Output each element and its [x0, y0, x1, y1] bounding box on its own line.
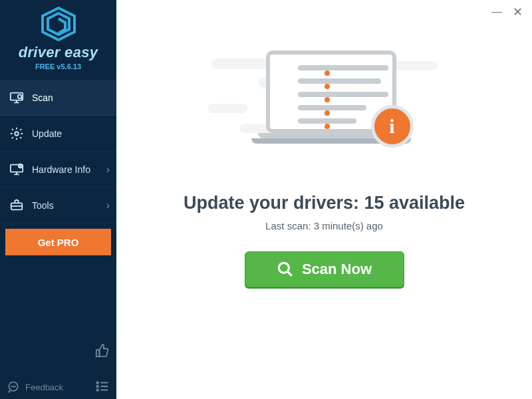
scan-now-label: Scan Now	[302, 261, 372, 278]
get-pro-button[interactable]: Get PRO	[5, 229, 111, 255]
info-badge-icon: i	[371, 105, 414, 148]
chevron-right-icon: ›	[106, 164, 110, 176]
svg-point-11	[13, 386, 14, 387]
sidebar-bottom: Feedback	[0, 358, 116, 399]
sidebar-item-label: Update	[32, 128, 62, 139]
toolbox-icon	[9, 198, 24, 213]
svg-point-16	[96, 389, 98, 391]
monitor-info-icon: i	[9, 162, 24, 177]
svg-text:i: i	[20, 164, 21, 168]
svg-point-17	[279, 263, 289, 273]
svg-point-12	[15, 386, 15, 387]
last-scan-text: Last scan: 3 minute(s) ago	[265, 220, 383, 231]
get-pro-label: Get PRO	[38, 237, 79, 248]
main-panel: — ✕ i Update your drivers: 15 available …	[116, 0, 532, 399]
sidebar-item-hardware-info[interactable]: i Hardware Info ›	[0, 152, 116, 188]
sidebar-item-update[interactable]: Update	[0, 116, 116, 152]
brand: driver easy FREE v5.6.13	[0, 0, 116, 76]
sidebar-item-label: Hardware Info	[32, 164, 90, 175]
svg-point-3	[18, 94, 22, 98]
thumbs-up-icon[interactable]	[95, 343, 110, 358]
headline: Update your drivers: 15 available	[184, 193, 465, 213]
illustration: i	[205, 44, 444, 170]
scan-now-button[interactable]: Scan Now	[245, 251, 404, 287]
sidebar: driver easy FREE v5.6.13 Scan Update i H…	[0, 0, 116, 399]
svg-rect-13	[96, 350, 100, 356]
minimize-button[interactable]: —	[491, 7, 502, 17]
brand-version: FREE v5.6.13	[0, 63, 116, 70]
gear-icon	[9, 126, 24, 141]
sidebar-item-scan[interactable]: Scan	[0, 80, 116, 116]
chat-icon	[7, 380, 20, 394]
feedback-label: Feedback	[25, 382, 63, 392]
chevron-right-icon: ›	[106, 200, 110, 211]
svg-point-14	[96, 382, 98, 384]
monitor-scan-icon	[9, 90, 24, 105]
titlebar: — ✕	[116, 0, 532, 24]
sidebar-item-label: Tools	[32, 200, 54, 211]
svg-point-15	[96, 386, 98, 388]
list-icon[interactable]	[95, 379, 110, 394]
sidebar-item-tools[interactable]: Tools ›	[0, 188, 116, 223]
svg-point-4	[15, 132, 19, 136]
search-icon	[277, 261, 294, 278]
logo-icon	[40, 7, 77, 41]
sidebar-nav: Scan Update i Hardware Info › Tools ›	[0, 80, 116, 223]
feedback-button[interactable]: Feedback	[7, 380, 63, 394]
brand-name: driver easy	[0, 44, 116, 61]
sidebar-item-label: Scan	[32, 92, 53, 103]
close-button[interactable]: ✕	[513, 6, 523, 18]
svg-point-10	[11, 386, 12, 387]
